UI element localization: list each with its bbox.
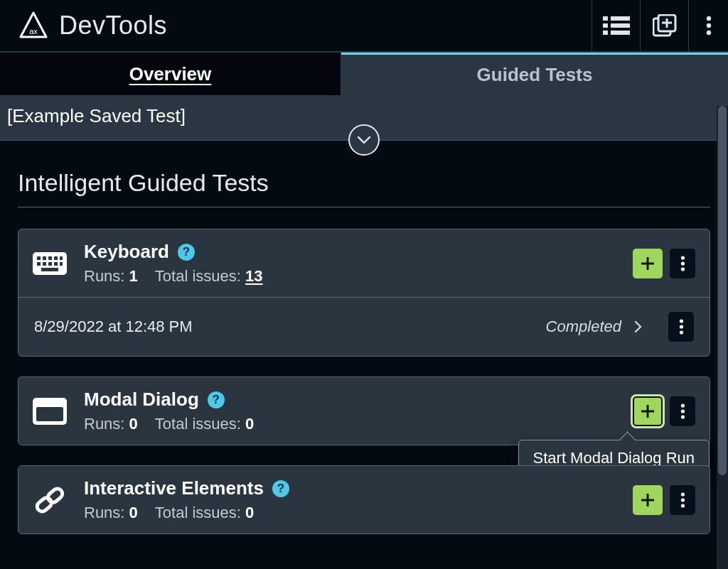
test-title: Keyboard	[84, 241, 169, 263]
svg-rect-5	[603, 31, 608, 35]
runs-group: Runs: 1	[84, 267, 138, 286]
runs-label: Runs:	[84, 504, 124, 521]
card-menu-button[interactable]	[670, 485, 695, 515]
card-menu-button[interactable]	[670, 396, 695, 426]
svg-rect-3	[603, 23, 608, 28]
add-panel-button[interactable]	[640, 0, 688, 51]
scrollbar-thumb[interactable]	[718, 106, 727, 475]
kebab-icon	[679, 318, 684, 335]
start-run-button[interactable]	[633, 485, 663, 515]
runs-value: 1	[129, 267, 138, 285]
tab-overview[interactable]: Overview	[0, 53, 341, 95]
svg-point-31	[679, 319, 682, 323]
help-icon[interactable]: ?	[178, 244, 195, 261]
svg-point-40	[680, 415, 684, 418]
help-icon[interactable]: ?	[272, 480, 289, 497]
svg-rect-18	[54, 256, 58, 260]
svg-rect-23	[54, 262, 58, 266]
svg-rect-42	[46, 487, 65, 504]
svg-text:ax: ax	[29, 27, 38, 36]
runs-value: 0	[129, 504, 138, 521]
top-bar: ax DevTools	[0, 0, 728, 53]
tab-guided-tests-label: Guided Tests	[477, 64, 593, 86]
start-run-button[interactable]	[633, 249, 663, 278]
runs-value: 0	[129, 415, 138, 433]
run-timestamp: 8/29/2022 at 12:48 PM	[34, 318, 533, 336]
svg-point-32	[679, 325, 682, 328]
test-title: Interactive Elements	[84, 477, 264, 499]
link-chain-icon	[31, 485, 68, 515]
list-icon	[603, 15, 630, 36]
list-view-button[interactable]	[592, 0, 640, 51]
saved-test-subheader: [Example Saved Test]	[0, 95, 728, 141]
issues-group: Total issues: 0	[155, 415, 254, 433]
run-row[interactable]: 8/29/2022 at 12:48 PM Completed	[18, 297, 710, 356]
test-card-interactive-elements: Interactive Elements ? Runs: 0 Total iss…	[18, 465, 710, 534]
svg-rect-35	[36, 407, 63, 421]
saved-test-name: [Example Saved Test]	[7, 105, 186, 126]
svg-point-29	[680, 261, 684, 265]
test-card-keyboard: Keyboard ? Runs: 1 Total issues: 13	[18, 229, 710, 357]
svg-rect-1	[603, 16, 608, 21]
svg-point-13	[706, 31, 710, 35]
chevron-right-icon	[634, 320, 643, 333]
svg-point-39	[680, 409, 684, 413]
chevron-down-icon	[357, 135, 371, 145]
svg-point-11	[706, 16, 710, 21]
scrollbar[interactable]	[717, 106, 728, 569]
section-title: Intelligent Guided Tests	[18, 169, 710, 207]
issues-group: Total issues: 0	[155, 504, 254, 522]
kebab-icon	[706, 16, 712, 36]
product-name: DevTools	[59, 11, 167, 40]
svg-rect-19	[60, 256, 63, 260]
start-run-button[interactable]	[633, 396, 663, 426]
test-card-modal-dialog: Modal Dialog ? Runs: 0 Total issues: 0	[18, 376, 710, 445]
modal-dialog-icon	[31, 398, 68, 425]
svg-rect-6	[611, 31, 630, 35]
tabs: Overview Guided Tests	[0, 53, 728, 95]
runs-label: Runs:	[84, 415, 124, 433]
runs-group: Runs: 0	[84, 504, 138, 522]
svg-rect-24	[60, 262, 63, 266]
svg-point-28	[680, 256, 684, 259]
svg-point-38	[680, 403, 684, 407]
brand: ax DevTools	[18, 11, 167, 40]
issues-group: Total issues: 13	[155, 267, 263, 286]
issues-label: Total issues:	[155, 504, 241, 521]
card-menu-button[interactable]	[670, 249, 695, 278]
svg-point-47	[680, 504, 684, 507]
svg-rect-15	[37, 256, 41, 260]
svg-rect-17	[48, 256, 52, 260]
svg-point-33	[679, 330, 682, 334]
kebab-icon	[680, 255, 685, 272]
collapse-toggle[interactable]	[348, 124, 380, 156]
axe-logo-icon: ax	[18, 11, 49, 40]
run-status: Completed	[546, 318, 621, 336]
runs-label: Runs:	[84, 267, 124, 285]
svg-rect-22	[48, 262, 52, 266]
svg-point-12	[706, 23, 710, 28]
runs-group: Runs: 0	[84, 415, 138, 433]
tab-overview-label: Overview	[129, 63, 212, 85]
tab-guided-tests[interactable]: Guided Tests	[341, 53, 728, 95]
topbar-actions	[592, 0, 728, 51]
plus-icon	[640, 492, 655, 508]
issues-value: 0	[245, 415, 254, 433]
plus-icon	[640, 403, 655, 419]
run-menu-button[interactable]	[668, 312, 694, 342]
svg-rect-25	[41, 268, 58, 271]
keyboard-icon	[31, 252, 68, 275]
issues-label: Total issues:	[155, 415, 241, 433]
issues-value: 0	[245, 504, 254, 521]
kebab-icon	[680, 403, 685, 420]
issues-value-link[interactable]: 13	[245, 267, 262, 285]
svg-rect-16	[43, 256, 46, 260]
svg-rect-41	[35, 495, 53, 513]
issues-label: Total issues:	[155, 267, 241, 285]
kebab-icon	[680, 492, 685, 509]
more-menu-button[interactable]	[688, 0, 728, 51]
help-icon[interactable]: ?	[208, 391, 225, 408]
content: Intelligent Guided Tests	[0, 141, 728, 534]
svg-point-45	[680, 492, 684, 496]
add-panel-icon	[653, 14, 677, 37]
